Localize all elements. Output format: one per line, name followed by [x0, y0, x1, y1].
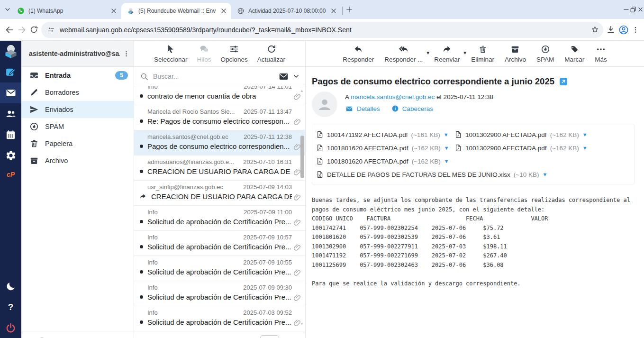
attachment-item[interactable]: 1001302900 AFECTADA.pdf(~162 KB)▼ — [454, 141, 593, 155]
bookmark-star-icon[interactable] — [590, 25, 599, 34]
attachment-filename[interactable]: DETALLE DE PAGOS DE FACTURAS DEL MES DE … — [327, 171, 510, 178]
attachment-filename[interactable]: 1001302900 AFECTADA.pdf — [465, 131, 547, 138]
reload-icon[interactable] — [29, 25, 38, 34]
close-window-button[interactable] — [637, 0, 644, 19]
app-content: cP ? asistente-administrativo@sa... Entr… — [0, 40, 644, 338]
compose-button[interactable] — [0, 62, 21, 82]
cpanel-button[interactable]: cP — [0, 166, 21, 183]
new-tab-button[interactable] — [345, 6, 353, 13]
contacts-nav-button[interactable] — [0, 103, 21, 124]
options-button[interactable]: Opciones — [221, 44, 248, 63]
tab-search-chevron-icon[interactable] — [4, 6, 11, 13]
folder-item-enviados[interactable]: Enviados — [21, 101, 134, 118]
paperclip-icon — [293, 92, 302, 101]
dark-mode-button[interactable] — [0, 276, 21, 297]
message-row[interactable]: Info2025-07-09 09:30Solicitud de aprobac… — [134, 281, 305, 306]
downloads-icon[interactable] — [606, 25, 616, 35]
message-row[interactable]: admusuarios@finanzas.gob.e...2025-07-10 … — [134, 155, 305, 181]
logout-button[interactable] — [0, 318, 21, 338]
restore-button[interactable] — [630, 0, 637, 19]
attachment-menu-caret-icon[interactable]: ▼ — [582, 132, 588, 137]
reply-button[interactable]: Responder — [343, 45, 374, 63]
spam-button[interactable]: SPAM — [536, 45, 554, 63]
attachment-menu-caret-icon[interactable]: ▼ — [582, 145, 588, 151]
message-row[interactable]: Info2025-07-09 10:55Solicitud de aprobac… — [134, 256, 305, 281]
reply-all-button[interactable]: Responder ... — [384, 45, 423, 63]
roundcube-icon — [127, 7, 135, 15]
browser-menu-icon[interactable] — [632, 26, 639, 34]
scroll-down-icon[interactable]: ▼ — [300, 322, 304, 326]
open-in-new-window-icon[interactable] — [559, 77, 568, 86]
reply-all-dropdown-icon[interactable]: ▼ — [426, 50, 430, 55]
tab-close-icon[interactable] — [220, 7, 227, 15]
attachment-item[interactable]: DETALLE DE PAGOS DE FACTURAS DEL MES DE … — [316, 168, 630, 181]
forward-button[interactable]: Reenviar — [434, 45, 460, 63]
site-settings-icon[interactable] — [47, 26, 55, 34]
search-scope-envelope-icon[interactable] — [279, 72, 289, 82]
headers-link[interactable]: Cabeceras — [391, 105, 433, 112]
browser-tab[interactable]: (1) WhatsApp — [11, 3, 121, 19]
folder-item-borradores[interactable]: Borradores — [21, 84, 134, 101]
message-row[interactable]: Info2025-07-09 11:00Solicitud de aprobac… — [134, 206, 305, 231]
message-subject: Pagos de consumo electrico correspondien… — [312, 76, 554, 87]
page-number-input[interactable] — [260, 335, 279, 338]
settings-nav-button[interactable] — [0, 145, 21, 166]
profile-avatar-icon[interactable] — [618, 25, 629, 35]
delete-button[interactable]: Eliminar — [471, 45, 494, 63]
folder-item-papelera[interactable]: Papelera — [21, 135, 134, 152]
tab-close-icon[interactable] — [330, 7, 337, 15]
select-button[interactable]: Seleccionar — [154, 44, 188, 63]
attachment-menu-caret-icon[interactable]: ▼ — [444, 158, 449, 164]
folder-item-entrada[interactable]: Entrada5 — [21, 67, 134, 84]
tab-title: (5) Roundcube Webmail :: Envia — [138, 8, 216, 14]
search-options-chevron-icon[interactable] — [293, 73, 299, 80]
attachment-menu-caret-icon[interactable]: ▼ — [444, 145, 449, 151]
folder-item-archivo[interactable]: Archivo — [21, 152, 134, 169]
folder-item-spam[interactable]: SPAM — [21, 118, 134, 135]
archive-button[interactable]: Archivo — [505, 45, 526, 63]
attachment-item[interactable]: 1001801620 AFECTADA.pdf(~162 KB)▼ — [316, 155, 454, 168]
search-input[interactable] — [153, 73, 274, 80]
message-row[interactable]: Info2025-07-09 10:57Solicitud de aprobac… — [134, 231, 305, 256]
attachment-filename[interactable]: 1001801620 AFECTADA.pdf — [327, 145, 408, 152]
message-row[interactable]: usr_sinfip@finanzas.gob.ec2025-07-09 14:… — [134, 181, 305, 206]
url-text[interactable]: webmail.sanjuan.gob.ec/cpsess1535909589/… — [60, 26, 586, 34]
attachment-filename[interactable]: 1001471192 AFECTADA.pdf — [327, 131, 408, 138]
attachment-menu-caret-icon[interactable]: ▼ — [444, 132, 449, 137]
attachment-menu-caret-icon[interactable]: ▼ — [542, 172, 547, 177]
more-button[interactable]: Más — [595, 45, 607, 63]
forward-icon[interactable] — [17, 25, 27, 35]
help-button[interactable]: ? — [0, 297, 21, 318]
mail-nav-button[interactable] — [0, 82, 21, 103]
browser-tab[interactable]: Actividad 2025-07-10 08:00:00 — [231, 3, 341, 19]
minimize-button[interactable] — [623, 0, 630, 19]
attachment-filename[interactable]: 1001302900 AFECTADA.pdf — [465, 145, 547, 152]
account-menu-icon[interactable] — [123, 50, 130, 57]
threads-button[interactable]: Hilos — [197, 44, 211, 63]
message-row[interactable]: maricela.santos@cnel.gob.ec2025-07-11 12… — [134, 130, 305, 155]
attachment-filename[interactable]: 1001801620 AFECTADA.pdf — [327, 158, 408, 165]
message-sender: usr_sinfip@finanzas.gob.ec — [147, 183, 223, 191]
body-line: pagos de consumo eléctrico mes junio 202… — [312, 205, 635, 215]
attachment-item[interactable]: 1001801620 AFECTADA.pdf(~162 KB)▼ — [316, 141, 454, 155]
mark-button[interactable]: Marcar — [564, 45, 584, 63]
attachment-item[interactable]: 1001302900 AFECTADA.pdf(~162 KB)▼ — [454, 128, 593, 141]
folder-label: Enviados — [45, 106, 73, 113]
message-row[interactable]: Info2025-07-03 09:52Solicitud de aprobac… — [134, 306, 305, 331]
recipient-email-link[interactable]: maricela.santos@cnel.gob.ec — [351, 93, 435, 100]
tab-close-icon[interactable] — [110, 7, 118, 15]
account-header[interactable]: asistente-administrativo@sa... — [21, 41, 134, 67]
browser-tab[interactable]: (5) Roundcube Webmail :: Envia — [121, 3, 231, 19]
back-icon[interactable] — [5, 25, 14, 35]
address-bar[interactable]: webmail.sanjuan.gob.ec/cpsess1535909589/… — [41, 22, 603, 38]
message-row[interactable]: Info2025-07-14 11:01contrato de menor cu… — [134, 86, 305, 105]
calendar-nav-button[interactable] — [0, 124, 21, 145]
scroll-up-icon[interactable]: ▲ — [300, 89, 304, 93]
list-scrollbar[interactable] — [300, 136, 304, 178]
message-row[interactable]: Maricela del Rocio Santos Sie...2025-07-… — [134, 105, 305, 130]
pdf-file-icon — [316, 157, 324, 165]
forward-dropdown-icon[interactable]: ▼ — [463, 50, 467, 55]
details-link[interactable]: Detalles — [345, 105, 380, 112]
refresh-button[interactable]: Actualizar — [257, 44, 285, 63]
attachment-item[interactable]: 1001471192 AFECTADA.pdf(~161 KB)▼ — [316, 128, 454, 141]
